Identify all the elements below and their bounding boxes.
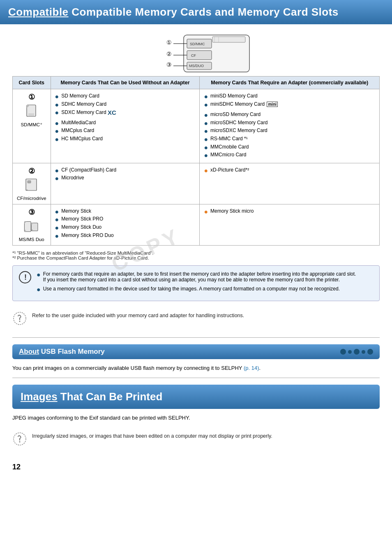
usb-dots — [340, 349, 373, 355]
images-section-title: Images That Can Be Printed — [21, 390, 371, 403]
svg-text:CF: CF — [191, 53, 196, 58]
ms-card-icon: ^ ^ — [23, 217, 41, 235]
page-number: 12 — [0, 455, 392, 476]
memory-card-table: Card Slots Memory Cards That Can be Used… — [12, 76, 380, 246]
sd-with-adapter: ●miniSD Memory Card ●miniSDHC Memory Car… — [200, 89, 380, 163]
svg-text:SD/MMC: SD/MMC — [190, 42, 205, 46]
table-row: ③ ^ ^ MS/MS Duo ●Memory S — [13, 204, 380, 245]
images-note-box: Irregularly sized images, or images that… — [12, 427, 380, 451]
list-item: ●microSD Memory Card — [204, 111, 375, 119]
list-item: ●CF (CompactFlash) Card — [55, 167, 196, 175]
list-item: ●SD Memory Card — [55, 93, 196, 101]
images-title-underline: Images — [21, 390, 58, 403]
list-item: ●Memory Stick Duo — [55, 224, 196, 232]
svg-rect-3 — [187, 51, 212, 60]
footnotes: *¹ "RS-MMC" is an abbreviation of "Reduc… — [12, 251, 380, 260]
col-header-slots: Card Slots — [13, 77, 51, 89]
page-title: Compatible Compatible Memory Cards and M… — [8, 6, 380, 19]
cf-card-icon: ^ — [23, 176, 41, 194]
images-title-rest: That Can Be Printed — [60, 390, 162, 403]
svg-text:MS/DUO: MS/DUO — [189, 64, 204, 68]
note-icon — [12, 311, 27, 326]
usb-dot-5 — [367, 349, 373, 355]
warning-icon: ! — [18, 271, 32, 284]
slot-label-3: MS/MS Duo — [17, 237, 46, 242]
diagram-container: SD/MMC CF MS/DUO ① ② ③ — [130, 31, 262, 72]
images-note-text: Irregularly sized images, or images that… — [32, 432, 272, 439]
list-item: ●SDXC Memory Card XC — [55, 109, 196, 117]
list-item: ●HC MMCplus Card — [55, 135, 196, 144]
list-item: ●microSDXC Memory Card — [204, 127, 375, 135]
cf-with-adapter: ●xD-Picture Card*² — [200, 163, 380, 204]
svg-text:①: ① — [166, 39, 172, 46]
table-row: ② ^ CF/microdrive ●CF (CompactFlash) Car… — [13, 163, 380, 204]
list-item: ●MMCmobile Card — [204, 144, 375, 152]
usb-title-rest: USB Flash Memory — [41, 348, 105, 355]
images-note-icon — [12, 432, 27, 446]
col-header-without-adapter: Memory Cards That Can be Used Without an… — [51, 77, 200, 89]
list-item: ●MMCmicro Card — [204, 151, 375, 160]
main-content: SD/MMC CF MS/DUO ① ② ③ — [0, 31, 392, 451]
svg-point-32 — [19, 321, 21, 322]
table-row: ① SD/MMC⁺ ●SD Memory Card ●SDHC Memory C… — [13, 89, 380, 163]
slot-number-2: ② — [17, 167, 46, 176]
note-box: Refer to the user guide included with yo… — [12, 306, 380, 331]
warning-box: ! ● For memory cards that require an ada… — [12, 265, 380, 302]
svg-text:③: ③ — [166, 61, 172, 68]
title-underline: Compatible — [8, 6, 69, 18]
slots-diagram: SD/MMC CF MS/DUO ① ② ③ — [130, 31, 262, 76]
list-item: ●xD-Picture Card*² — [204, 167, 375, 175]
svg-text:^: ^ — [25, 229, 26, 232]
slot-number-3: ③ — [17, 208, 46, 217]
cf-without-adapter: ●CF (CompactFlash) Card ●Microdrive — [51, 163, 200, 204]
usb-text-main: You can print images on a commercially a… — [12, 365, 242, 371]
ms-without-adapter: ●Memory Stick ●Memory Stick PRO ●Memory … — [51, 204, 200, 245]
footnote-1: *¹ "RS-MMC" is an abbreviation of "Reduc… — [12, 251, 380, 255]
list-item: ●Microdrive — [55, 174, 196, 183]
list-item: ●SDHC Memory Card — [55, 101, 196, 109]
note-text: Refer to the user guide included with yo… — [32, 311, 244, 318]
usb-text: You can print images on a commercially a… — [12, 365, 380, 371]
list-item: ●MultiMediaCard — [55, 119, 196, 128]
list-item: ●miniSD Memory Card — [204, 93, 375, 101]
svg-text:②: ② — [166, 51, 172, 57]
list-item: ●MMCplus Card — [55, 127, 196, 135]
list-item: ●RS-MMC Card *¹ — [204, 135, 375, 144]
usb-link[interactable]: (p. 14) — [244, 365, 259, 371]
warning-item-2: ● Use a memory card formatted in the dev… — [37, 285, 374, 294]
usb-section-title: About USB Flash Memory — [19, 348, 105, 356]
list-item: ●miniSDHC Memory Card mini — [204, 101, 375, 109]
svg-text:!: ! — [24, 273, 27, 281]
svg-text:^: ^ — [32, 229, 33, 232]
usb-dot-1 — [340, 349, 346, 355]
section-divider-2 — [12, 378, 380, 378]
memory-stick-micro-text: Memory Stick micro — [210, 208, 254, 214]
usb-dot-4 — [362, 350, 365, 354]
images-section-header: Images That Can Be Printed — [12, 385, 380, 409]
slot-cell-3: ③ ^ ^ MS/MS Duo — [13, 204, 51, 245]
ms-with-adapter: ●Memory Stick micro — [200, 204, 380, 245]
warning-text-2: Use a memory card formatted in the devic… — [43, 286, 340, 292]
svg-rect-21 — [28, 181, 31, 183]
images-text: JPEG images conforming to the Exif stand… — [12, 415, 380, 421]
title-text: Compatible Memory Cards and Memory Card … — [71, 6, 339, 18]
page-header: Compatible Compatible Memory Cards and M… — [0, 0, 392, 24]
usb-dot-3 — [354, 349, 360, 355]
list-item: ●Memory Stick micro — [204, 208, 375, 216]
sd-card-icon — [23, 102, 41, 120]
slot-label-1: SD/MMC⁺ — [17, 122, 46, 128]
usb-dot-2 — [348, 350, 352, 354]
footnote-2: *² Purchase the CompactFlash Card Adapte… — [12, 255, 380, 260]
warning-text-1: For memory cards that require an adapter… — [43, 271, 356, 283]
minisdhc-logo: mini — [267, 102, 278, 107]
slot-number-1: ① — [17, 93, 46, 102]
usb-section-header: About USB Flash Memory — [12, 344, 380, 359]
warning-content: ● For memory cards that require an adapt… — [37, 271, 374, 296]
svg-point-34 — [19, 441, 21, 443]
slot-label-2: CF/microdrive — [17, 196, 46, 201]
list-item: ●Memory Stick PRO — [55, 216, 196, 224]
slot-cell-1: ① SD/MMC⁺ — [13, 89, 51, 163]
list-item: ●microSDHC Memory Card — [204, 119, 375, 128]
list-item: ●Memory Stick — [55, 208, 196, 216]
sdxc-logo: XC — [108, 109, 116, 116]
